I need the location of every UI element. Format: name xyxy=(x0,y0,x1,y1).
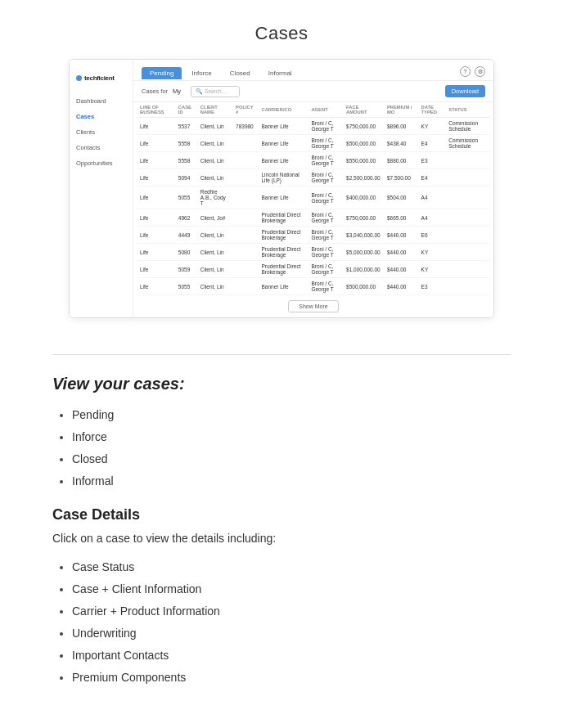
col-header-face: FACE AMOUNT xyxy=(343,102,384,118)
table-cell: $440.00 xyxy=(384,261,418,278)
table-cell: E3 xyxy=(418,152,446,169)
table-cell xyxy=(232,169,258,186)
cases-for-label: Cases for xyxy=(142,88,168,95)
table-cell: Commission Schedule xyxy=(445,135,490,152)
sidebar-item-dashboard[interactable]: Dashboard xyxy=(70,93,133,109)
table-cell xyxy=(232,209,258,227)
table-cell: Life xyxy=(137,209,175,227)
table-cell: Life xyxy=(137,227,175,244)
table-cell xyxy=(232,135,258,152)
sidebar-item-contacts[interactable]: Contacts xyxy=(70,140,133,155)
table-cell: Client, Lin xyxy=(197,278,232,295)
table-cell: E6 xyxy=(418,227,446,244)
list-item: Informal xyxy=(72,473,511,490)
list-item: Case + Client Information xyxy=(72,581,511,598)
table-row[interactable]: Life5059Client, LinPrudential Direct Bro… xyxy=(137,261,490,278)
table-cell: Client, Jo# xyxy=(197,209,232,227)
table-cell: 5059 xyxy=(175,261,197,278)
table-cell: $750,000.00 xyxy=(343,118,384,135)
col-header-status: STATUS xyxy=(445,102,490,118)
view-cases-list: PendingInforceClosedInformal xyxy=(52,407,511,490)
toolbar: Cases for My 🔍 Search... Download xyxy=(133,81,493,102)
table-row[interactable]: Life5055Redfire A.B., Cody TBanner LifeB… xyxy=(137,186,490,209)
table-cell: Prudential Direct Brokerage xyxy=(258,244,308,261)
table-cell: KY xyxy=(418,118,446,135)
search-box[interactable]: 🔍 Search... xyxy=(191,86,240,97)
table-row[interactable]: Life4449Client, LinPrudential Direct Bro… xyxy=(137,227,490,244)
table-cell: $2,500,000.00 xyxy=(343,169,384,186)
table-cell: Client, Lin xyxy=(197,118,232,135)
table-cell: 5055 xyxy=(175,186,197,209)
page-title-section: Cases xyxy=(0,0,563,59)
col-header-datetyped: DATE TYPED xyxy=(418,102,446,118)
table-cell: Life xyxy=(137,278,175,295)
col-header-premium: PREMIUM / MO xyxy=(384,102,418,118)
show-more-button[interactable]: Show More xyxy=(288,300,338,312)
sidebar: techficient Dashboard Cases Clients Cont… xyxy=(70,60,133,317)
list-item: Underwriting xyxy=(72,625,511,642)
table-cell: Banner Life xyxy=(258,118,308,135)
search-placeholder: Search... xyxy=(205,88,226,94)
table-row[interactable]: Life5558Client, LinBanner LifeBroni / C,… xyxy=(137,152,490,169)
table-cell: E4 xyxy=(418,169,446,186)
sidebar-logo-text: techficient xyxy=(84,74,115,82)
list-item: Case Status xyxy=(72,559,511,576)
table-cell: Prudential Direct Brokerage xyxy=(258,209,308,227)
table-cell: $750,000.00 xyxy=(343,209,384,227)
table-row[interactable]: Life5094Client, LinLincoln National Life… xyxy=(137,169,490,186)
table-cell: 5537 xyxy=(175,118,197,135)
table-cell: 4962 xyxy=(175,209,197,227)
table-cell: Banner Life xyxy=(258,278,308,295)
table-cell: Banner Life xyxy=(258,186,308,209)
sidebar-logo: techficient xyxy=(70,68,133,93)
settings-icon[interactable]: ⚙ xyxy=(475,66,485,77)
table-cell: Broni / C, George T xyxy=(308,278,343,295)
tab-informal[interactable]: Informal xyxy=(260,67,300,79)
view-cases-section: View your cases: PendingInforceClosedInf… xyxy=(0,375,563,727)
tab-closed[interactable]: Closed xyxy=(222,67,259,79)
table-cell: $3,040,000.00 xyxy=(343,227,384,244)
table-cell: 4449 xyxy=(175,227,197,244)
table-cell: Commission Schedule xyxy=(445,118,490,135)
table-cell: Client, Lin xyxy=(197,244,232,261)
download-button[interactable]: Download xyxy=(445,85,485,97)
table-cell: Prudential Direct Brokerage xyxy=(258,227,308,244)
table-cell xyxy=(445,227,490,244)
table-cell: $504.00 xyxy=(384,186,418,209)
table-cell: Client, Lin xyxy=(197,227,232,244)
tabs-bar: Pending Inforce Closed Informal ? ⚙ xyxy=(133,60,493,81)
table-cell: $5,000,000.00 xyxy=(343,244,384,261)
page-title: Cases xyxy=(0,23,563,44)
tab-pending[interactable]: Pending xyxy=(142,67,182,79)
case-details-list: Case StatusCase + Client InformationCarr… xyxy=(52,559,511,686)
table-cell: $440.00 xyxy=(384,227,418,244)
table-cell: A4 xyxy=(418,186,446,209)
table-cell: Client, Lin xyxy=(197,169,232,186)
table-cell: Broni / C, George T xyxy=(308,227,343,244)
table-cell: E3 xyxy=(418,278,446,295)
table-cell: Life xyxy=(137,261,175,278)
table-row[interactable]: Life5080Client, LinPrudential Direct Bro… xyxy=(137,244,490,261)
sidebar-item-cases[interactable]: Cases xyxy=(70,109,133,124)
table-row[interactable]: Life5055Client, LinBanner LifeBroni / C,… xyxy=(137,278,490,295)
tab-inforce[interactable]: Inforce xyxy=(183,67,219,79)
table-cell: Broni / C, George T xyxy=(308,118,343,135)
table-row[interactable]: Life5537Client, Lin783980Banner LifeBron… xyxy=(137,118,490,135)
table-row[interactable]: Life5558Client, LinBanner LifeBroni / C,… xyxy=(137,135,490,152)
table-cell: A4 xyxy=(418,209,446,227)
table-cell xyxy=(232,244,258,261)
table-cell: Client, Lin xyxy=(197,152,232,169)
table-cell: 5055 xyxy=(175,278,197,295)
case-details-desc: Click on a case to view the details incl… xyxy=(52,530,511,547)
table-cell: $665.00 xyxy=(384,209,418,227)
col-header-carrier: CARRIER/CO xyxy=(258,102,308,118)
table-row[interactable]: Life4962Client, Jo#Prudential Direct Bro… xyxy=(137,209,490,227)
sidebar-item-clients[interactable]: Clients xyxy=(70,124,133,140)
sidebar-item-opportunities[interactable]: Opportunities xyxy=(70,155,133,171)
table-cell: Life xyxy=(137,152,175,169)
help-icon[interactable]: ? xyxy=(460,66,471,77)
table-cell xyxy=(232,186,258,209)
table-cell: Broni / C, George T xyxy=(308,209,343,227)
table-cell: Broni / C, George T xyxy=(308,152,343,169)
table-cell xyxy=(445,209,490,227)
